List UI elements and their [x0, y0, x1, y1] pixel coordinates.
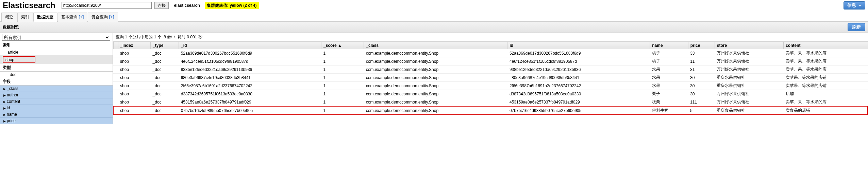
cell-_type: _doc — [151, 74, 179, 82]
column-header-id[interactable]: id — [507, 42, 650, 49]
cell-_type: _doc — [151, 98, 179, 107]
cell-id: 453159ae0a6e257337fb849791adf029 — [507, 98, 650, 107]
cell-_class: com.example.democommon.entity.Shop — [364, 49, 507, 57]
column-header-_type[interactable]: _type — [151, 42, 179, 49]
column-header-price[interactable]: price — [688, 42, 715, 49]
column-header-_id[interactable]: _id — [179, 42, 321, 49]
row-spacer — [113, 106, 118, 115]
cell-name: 伊利牛奶 — [650, 106, 688, 115]
cell-_index: shop — [118, 82, 151, 90]
tab-3[interactable]: 基本查询 [+] — [57, 13, 87, 22]
triangle-right-icon: ▶ — [3, 87, 6, 91]
table-row[interactable]: shop_doc4e6f124ce851f1f105cdc9f88190587d… — [113, 57, 868, 66]
cell-name: 桃子 — [650, 49, 688, 57]
field-item-name[interactable]: ▶name — [0, 111, 113, 118]
cell-_type: _doc — [151, 57, 179, 66]
cell-store: 万州好水果供销社 — [715, 49, 783, 57]
cell-name: 桃子 — [650, 57, 688, 66]
table-row[interactable]: shop_docd387342d3695751f0613a503ee0a0330… — [113, 90, 868, 98]
field-item-content[interactable]: ▶content — [0, 98, 113, 105]
tab-0[interactable]: 概览 — [1, 13, 17, 22]
field-label: content — [7, 99, 20, 104]
cell-price: 30 — [688, 90, 715, 98]
cell-_index: shop — [118, 106, 151, 115]
row-spacer — [113, 82, 118, 90]
section-title-fields: 字段 — [0, 78, 113, 86]
cell-_type: _doc — [151, 66, 179, 74]
cell-content: 卖苹、果、等水果的店 — [784, 98, 868, 107]
index-select[interactable]: 所有索引 — [2, 34, 110, 41]
type-item-_doc[interactable]: _doc — [0, 72, 113, 78]
cell-name: 水果 — [650, 74, 688, 82]
cell-_class: com.example.democommon.entity.Shop — [364, 66, 507, 74]
table-row[interactable]: shop_doc2f66e3987a6b1691a2d2376674702242… — [113, 82, 868, 90]
info-button-label: 信息 — [847, 3, 856, 8]
triangle-right-icon: ▶ — [3, 113, 6, 116]
cell-_score: 1 — [321, 106, 364, 115]
column-header-store[interactable]: store — [715, 42, 783, 49]
cell-price: 5 — [688, 106, 715, 115]
cell-id: d387342d3695751f0613a503ee0a0330 — [507, 90, 650, 98]
column-header-spacer — [113, 42, 118, 49]
triangle-right-icon: ▶ — [3, 107, 6, 110]
cell-_id: d387342d3695751f0613a503ee0a0330 — [179, 90, 321, 98]
table-row[interactable]: shop_docff80e3a96687c4e19cd80038db3b8441… — [113, 74, 868, 82]
cell-_type: _doc — [151, 90, 179, 98]
column-header-_index[interactable]: _index — [118, 42, 151, 49]
field-item-author[interactable]: ▶author — [0, 92, 113, 98]
cell-_score: 1 — [321, 49, 364, 57]
cell-_id: 52aa369de017d300267bdc551680f6d9 — [179, 49, 321, 57]
tab-1[interactable]: 索引 — [17, 13, 33, 22]
connect-button[interactable]: 连接 — [154, 2, 169, 9]
cell-_id: 453159ae0a6e257337fb849791adf029 — [179, 98, 321, 107]
section-title-types: 类型 — [0, 64, 113, 72]
index-item-shop[interactable]: shop — [0, 56, 113, 64]
cell-_class: com.example.democommon.entity.Shop — [364, 106, 507, 115]
cell-content: 卖苹果、等水果的店铺 — [784, 74, 868, 82]
query-summary: 查询 1 个分片中用的 1 个. 8 命中. 耗时 0.001 秒 — [113, 33, 868, 42]
tab-2[interactable]: 数据浏览 — [33, 13, 57, 22]
cell-_score: 1 — [321, 90, 364, 98]
cell-price: 11 — [688, 57, 715, 66]
table-row[interactable]: shop_doc07b7bc16c4d98855b0765ce27b60e905… — [113, 106, 868, 115]
cluster-name: elasticsearch — [174, 3, 200, 8]
column-header-content[interactable]: content — [784, 42, 868, 49]
cell-_class: com.example.democommon.entity.Shop — [364, 82, 507, 90]
plus-icon: [+] — [78, 15, 84, 19]
table-row[interactable]: shop_doc453159ae0a6e257337fb849791adf029… — [113, 98, 868, 107]
cell-content: 卖苹果、等水果的店铺 — [784, 82, 868, 90]
refresh-button[interactable]: 刷新 — [848, 23, 865, 31]
cell-_index: shop — [118, 49, 151, 57]
section-title-indices: 索引 — [0, 42, 113, 49]
cell-name: 板栗 — [650, 98, 688, 107]
tab-label: 基本查询 — [61, 15, 78, 19]
cell-_class: com.example.democommon.entity.Shop — [364, 74, 507, 82]
row-spacer — [113, 49, 118, 57]
cell-content: 卖苹、果、等水果的店 — [784, 57, 868, 66]
cell-_id: 07b7bc16c4d98855b0765ce27b60e905 — [179, 106, 321, 115]
column-header-_class[interactable]: _class — [364, 42, 507, 49]
cell-content: 卖苹、果、等水果的店 — [784, 49, 868, 57]
cell-_type: _doc — [151, 82, 179, 90]
column-header-name[interactable]: name — [650, 42, 688, 49]
cell-name: 栗子 — [650, 90, 688, 98]
field-item-id[interactable]: ▶id — [0, 105, 113, 111]
cell-price: 31 — [688, 66, 715, 74]
chevron-down-icon: ▼ — [858, 4, 862, 7]
info-button[interactable]: 信息 ▼ — [844, 1, 865, 10]
triangle-right-icon: ▶ — [3, 94, 6, 97]
cell-_score: 1 — [321, 98, 364, 107]
column-header-_score[interactable]: _score ▲ — [321, 42, 364, 49]
field-item-_class[interactable]: ▶_class — [0, 86, 113, 92]
cell-_id: ff80e3a96687c4e19cd80038db3b8441 — [179, 74, 321, 82]
cluster-url-input[interactable] — [62, 2, 152, 9]
tab-label: 复合查询 — [91, 15, 108, 19]
field-item-price[interactable]: ▶price — [0, 118, 113, 124]
table-row[interactable]: shop_doc938be12feded3221da69c2926113b936… — [113, 66, 868, 74]
tab-label: 索引 — [21, 15, 29, 19]
cell-_class: com.example.democommon.entity.Shop — [364, 98, 507, 107]
index-item-article[interactable]: article — [0, 49, 113, 56]
table-row[interactable]: shop_doc52aa369de017d300267bdc551680f6d9… — [113, 49, 868, 57]
row-spacer — [113, 98, 118, 107]
tab-4[interactable]: 复合查询 [+] — [88, 13, 118, 22]
